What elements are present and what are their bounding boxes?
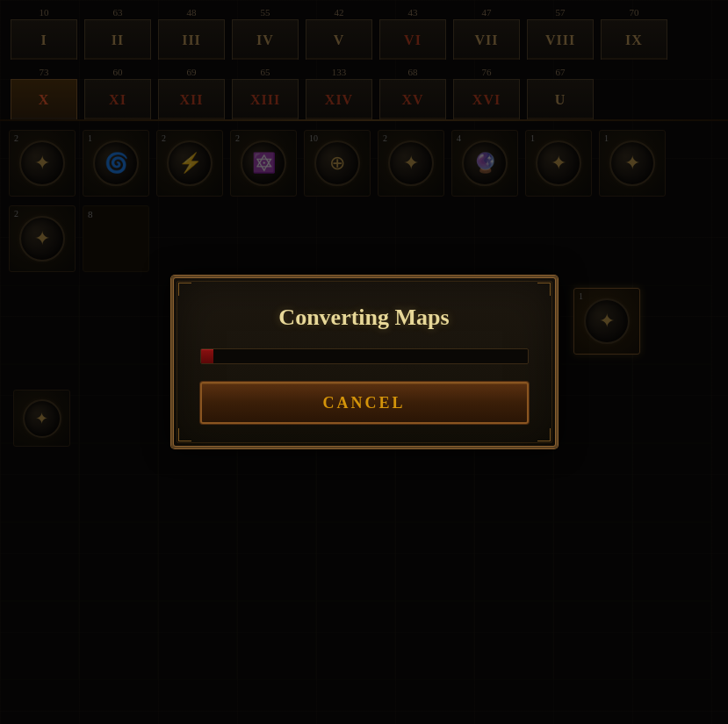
converting-dialog: Converting Maps CANCEL (171, 276, 558, 448)
corner-tr-icon (533, 283, 551, 300)
corner-tl-icon (178, 283, 196, 300)
progress-bar-container (200, 348, 529, 364)
progress-bar-fill (201, 349, 214, 363)
modal-overlay: Converting Maps CANCEL (0, 0, 728, 724)
corner-br-icon (533, 424, 551, 441)
corner-bl-icon (178, 424, 196, 441)
cancel-button[interactable]: CANCEL (200, 382, 529, 424)
dialog-title: Converting Maps (200, 305, 529, 331)
